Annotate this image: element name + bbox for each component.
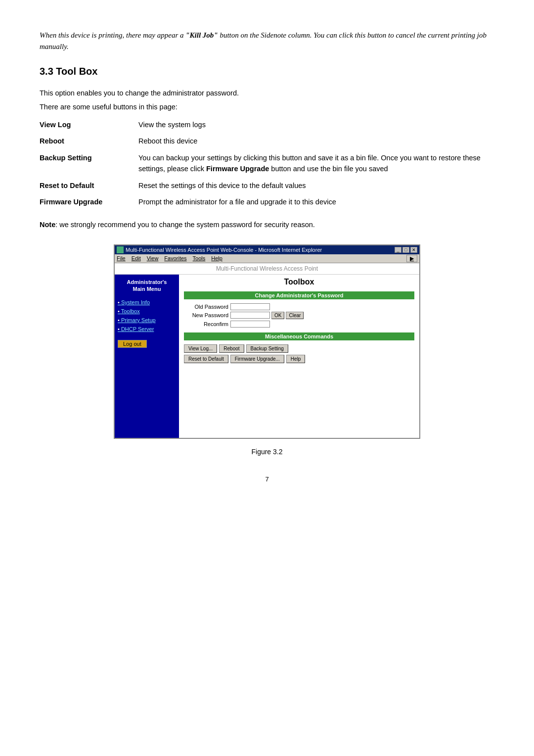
cmd-row-2: Reset to DefaultFirmware Upgrade...Help: [184, 355, 414, 363]
menu-item-help[interactable]: Help: [211, 255, 222, 261]
feature-label: Reboot: [40, 133, 138, 150]
old-password-input[interactable]: [230, 303, 270, 310]
old-password-label: Old Password: [184, 304, 228, 310]
reconfirm-label: Reconfirm: [184, 321, 228, 327]
new-password-row: New Password OK Clear: [184, 312, 414, 319]
sidebar-link-system-info[interactable]: System Info: [118, 299, 176, 305]
browser-menubar: FileEditViewFavoritesToolsHelp ▶: [115, 254, 419, 263]
menu-item-favorites[interactable]: Favorites: [164, 255, 186, 261]
cmd-btn-help[interactable]: Help: [286, 355, 306, 363]
sidebar-link-toolbox[interactable]: Toolbox: [118, 308, 176, 314]
feature-desc: Reboot this device: [138, 133, 494, 150]
feature-desc: Reset the settings of this device to the…: [138, 178, 494, 194]
sidebar-title: Administrator's Main Menu: [118, 279, 176, 293]
misc-section: Miscellaneous Commands View Log...Reboot…: [184, 332, 414, 363]
minimize-button[interactable]: _: [395, 247, 401, 253]
reconfirm-row: Reconfirm: [184, 321, 414, 328]
new-password-label: New Password: [184, 312, 228, 318]
ok-button[interactable]: OK: [271, 312, 284, 319]
feature-desc: You can backup your settings by clicking…: [138, 150, 494, 178]
cmd-btn-reset-to-default[interactable]: Reset to Default: [184, 355, 228, 363]
browser-title: Multi-Functional Wireless Access Point W…: [126, 247, 322, 253]
intro-note: When this device is printing, there may …: [40, 30, 494, 52]
menu-item-view[interactable]: View: [147, 255, 159, 261]
feature-desc: View the system logs: [138, 117, 494, 134]
figure-caption: Figure 3.2: [40, 448, 494, 456]
clear-button[interactable]: Clear: [286, 312, 304, 319]
new-password-input[interactable]: [230, 312, 270, 319]
browser-sidebar: Administrator's Main Menu System InfoToo…: [115, 275, 179, 438]
cmd-btn-reboot[interactable]: Reboot: [219, 344, 244, 353]
misc-header: Miscellaneous Commands: [184, 332, 414, 340]
maximize-button[interactable]: □: [402, 247, 409, 253]
browser-titlebar: Multi-Functional Wireless Access Point W…: [115, 245, 419, 254]
browser-main: Toolbox Change Administrator's Password …: [179, 275, 419, 438]
close-button[interactable]: ✕: [410, 247, 417, 253]
change-pwd-header: Change Administrator's Password: [184, 291, 414, 299]
menu-item-tools[interactable]: Tools: [193, 255, 206, 261]
old-password-row: Old Password: [184, 303, 414, 310]
feature-label: Reset to Default: [40, 178, 138, 194]
go-button[interactable]: ▶: [406, 255, 417, 262]
menu-item-file[interactable]: File: [117, 255, 126, 261]
browser-content: Administrator's Main Menu System InfoToo…: [115, 275, 419, 438]
cmd-row-1: View Log...RebootBackup Setting: [184, 344, 414, 353]
note-text: Note: we strongly recommend you to chang…: [40, 220, 494, 231]
browser-screenshot: Multi-Functional Wireless Access Point W…: [114, 244, 420, 439]
toolbox-title: Toolbox: [184, 278, 414, 286]
cmd-btn-backup-setting[interactable]: Backup Setting: [246, 344, 288, 353]
description2: There are some useful buttons in this pa…: [40, 102, 494, 113]
features-table: View LogView the system logsRebootReboot…: [40, 117, 494, 211]
sidebar-link-dhcp-server[interactable]: DHCP Server: [118, 326, 176, 332]
description1: This option enables you to change the ad…: [40, 88, 494, 99]
logout-button[interactable]: Log out: [118, 340, 147, 348]
feature-label: View Log: [40, 117, 138, 134]
cmd-btn-firmware-upgrade---[interactable]: Firmware Upgrade...: [230, 355, 284, 363]
cmd-btn-view-log---[interactable]: View Log...: [184, 344, 217, 353]
page-number: 7: [40, 475, 494, 483]
feature-label: Firmware Upgrade: [40, 194, 138, 211]
feature-desc: Prompt the administrator for a file and …: [138, 194, 494, 211]
browser-page-header: Multi-Functional Wireless Access Point: [115, 263, 419, 275]
reconfirm-input[interactable]: [230, 321, 270, 328]
feature-label: Backup Setting: [40, 150, 138, 178]
browser-icon: [117, 246, 124, 253]
section-title: 3.3 Tool Box: [40, 66, 494, 77]
sidebar-link-primary-setup[interactable]: Primary Setup: [118, 317, 176, 323]
menu-item-edit[interactable]: Edit: [132, 255, 141, 261]
